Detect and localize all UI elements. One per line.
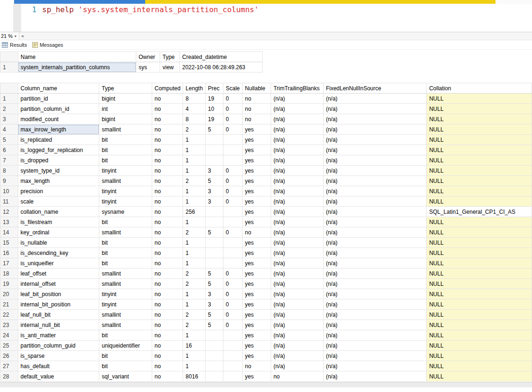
cell-nullable[interactable]: no — [243, 227, 271, 238]
cell-collation[interactable]: NULL — [427, 155, 532, 166]
cell-type[interactable]: bit — [99, 258, 152, 269]
cell-prec[interactable]: 3 — [206, 196, 223, 207]
cell-collation[interactable]: NULL — [427, 196, 532, 207]
cell-type[interactable]: smallint — [99, 227, 152, 238]
cell-nullable[interactable]: yes — [243, 166, 271, 176]
cell-type[interactable]: int — [99, 104, 152, 114]
cell-scale[interactable]: 0 — [223, 320, 243, 330]
cell-column_name[interactable]: scale — [18, 196, 99, 207]
cell-prec[interactable] — [206, 135, 223, 145]
cell-computed[interactable]: no — [152, 341, 183, 351]
cell-column_name[interactable]: leaf_bit_position — [18, 289, 99, 299]
column-header-collation[interactable]: Collation — [427, 83, 532, 94]
cell-prec[interactable]: 5 — [206, 227, 223, 238]
cell-trimtrailingblanks[interactable]: (n/a) — [271, 227, 323, 238]
cell-trimtrailingblanks[interactable]: (n/a) — [271, 289, 323, 299]
cell-length[interactable]: 1 — [183, 299, 206, 310]
cell-prec[interactable] — [206, 248, 223, 258]
cell-column_name[interactable]: is_replicated — [18, 135, 99, 145]
cell-nullable[interactable]: yes — [243, 155, 271, 166]
cell-computed[interactable]: no — [152, 248, 183, 258]
cell-type[interactable]: bit — [99, 155, 152, 166]
cell-computed[interactable]: no — [152, 299, 183, 310]
cell-prec[interactable] — [206, 330, 223, 341]
cell-trimtrailingblanks[interactable]: (n/a) — [271, 351, 323, 361]
cell-column_name[interactable]: is_nullable — [18, 238, 99, 248]
cell-column_name[interactable]: leaf_null_bit — [18, 310, 99, 320]
cell-type[interactable]: smallint — [99, 320, 152, 330]
cell-collation[interactable]: NULL — [427, 330, 532, 341]
cell-column_name[interactable]: is_dropped — [18, 155, 99, 166]
tab-messages[interactable]: Messages — [31, 41, 67, 49]
cell-column_name[interactable]: internal_offset — [18, 279, 99, 289]
cell-collation[interactable]: NULL — [427, 186, 532, 196]
cell-nullable[interactable]: yes — [243, 330, 271, 341]
cell-fixedlennullinsource[interactable]: (n/a) — [323, 207, 427, 217]
cell-trimtrailingblanks[interactable]: (n/a) — [271, 145, 323, 155]
cell-nullable[interactable]: yes — [243, 341, 271, 351]
row-header[interactable]: 11 — [0, 196, 18, 207]
cell-computed[interactable]: no — [152, 227, 183, 238]
cell-collation[interactable]: NULL — [427, 299, 532, 310]
cell-computed[interactable]: no — [152, 196, 183, 207]
cell-type[interactable]: bit — [99, 145, 152, 155]
cell-computed[interactable]: no — [152, 310, 183, 320]
row-header[interactable]: 10 — [0, 186, 18, 196]
cell-trimtrailingblanks[interactable]: (n/a) — [271, 361, 323, 371]
column-header-scale[interactable]: Scale — [223, 83, 243, 94]
cell-type[interactable]: smallint — [99, 124, 152, 135]
cell-nullable[interactable]: yes — [243, 320, 271, 330]
cell-trimtrailingblanks[interactable]: (n/a) — [271, 166, 323, 176]
cell-column_name[interactable]: internal_bit_position — [18, 299, 99, 310]
cell-nullable[interactable]: yes — [243, 217, 271, 227]
cell-scale[interactable]: 0 — [223, 269, 243, 279]
cell-trimtrailingblanks[interactable]: (n/a) — [271, 258, 323, 269]
cell-length[interactable]: 1 — [183, 361, 206, 371]
row-header[interactable]: 20 — [0, 289, 18, 299]
cell-trimtrailingblanks[interactable]: (n/a) — [271, 155, 323, 166]
cell-fixedlennullinsource[interactable]: (n/a) — [323, 310, 427, 320]
cell-type[interactable]: tinyint — [99, 186, 152, 196]
cell-fixedlennullinsource[interactable]: (n/a) — [323, 155, 427, 166]
cell-length[interactable]: 2 — [183, 320, 206, 330]
cell-collation[interactable]: SQL_Latin1_General_CP1_CI_AS — [427, 207, 532, 217]
cell-length[interactable]: 1 — [183, 330, 206, 341]
cell-computed[interactable]: no — [152, 320, 183, 330]
cell-fixedlennullinsource[interactable]: (n/a) — [323, 371, 427, 382]
cell-computed[interactable]: no — [152, 330, 183, 341]
cell-column_name[interactable]: default_value — [18, 371, 99, 382]
cell-trimtrailingblanks[interactable]: (n/a) — [271, 248, 323, 258]
cell-column_name[interactable]: is_logged_for_replication — [18, 145, 99, 155]
tab-results[interactable]: Results — [0, 41, 31, 49]
cell-type[interactable]: smallint — [99, 176, 152, 186]
cell-trimtrailingblanks[interactable]: (n/a) — [271, 186, 323, 196]
cell-fixedlennullinsource[interactable]: (n/a) — [323, 227, 427, 238]
row-header[interactable]: 26 — [0, 351, 18, 361]
cell-fixedlennullinsource[interactable]: (n/a) — [323, 330, 427, 341]
cell-type[interactable]: bit — [99, 217, 152, 227]
cell-scale[interactable]: 0 — [223, 289, 243, 299]
cell-collation[interactable]: NULL — [427, 104, 532, 114]
cell-computed[interactable]: no — [152, 186, 183, 196]
cell-scale[interactable]: 0 — [223, 310, 243, 320]
cell-prec[interactable]: 19 — [206, 114, 223, 124]
cell-fixedlennullinsource[interactable]: (n/a) — [323, 186, 427, 196]
cell-length[interactable]: 1 — [183, 186, 206, 196]
cell-scale[interactable] — [223, 207, 243, 217]
row-header[interactable]: 6 — [0, 145, 18, 155]
cell-column_name[interactable]: has_default — [18, 361, 99, 371]
cell-length[interactable]: 1 — [183, 196, 206, 207]
cell-type[interactable]: view — [160, 62, 180, 73]
row-header[interactable]: 22 — [0, 310, 18, 320]
cell-column_name[interactable]: is_anti_matter — [18, 330, 99, 341]
cell-type[interactable]: smallint — [99, 310, 152, 320]
cell-computed[interactable]: no — [152, 155, 183, 166]
cell-length[interactable]: 2 — [183, 176, 206, 186]
cell-fixedlennullinsource[interactable]: (n/a) — [323, 196, 427, 207]
cell-scale[interactable]: 0 — [223, 114, 243, 124]
cell-length[interactable]: 1 — [183, 217, 206, 227]
cell-fixedlennullinsource[interactable]: (n/a) — [323, 351, 427, 361]
row-header[interactable]: 16 — [0, 248, 18, 258]
cell-trimtrailingblanks[interactable]: (n/a) — [271, 310, 323, 320]
cell-trimtrailingblanks[interactable]: (n/a) — [271, 124, 323, 135]
